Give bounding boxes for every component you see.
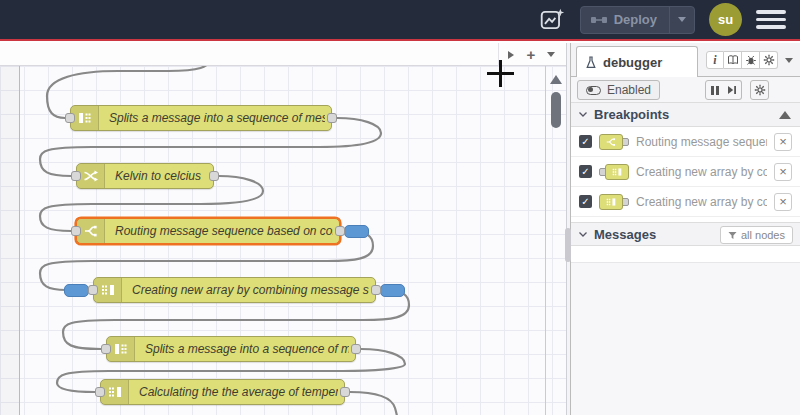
node-label: Splits a message into a sequence of mess… — [109, 106, 325, 130]
node-input-port[interactable] — [71, 171, 81, 181]
breakpoint-node-icon — [599, 164, 629, 180]
flow-node-join[interactable]: Creating new array by combining message … — [93, 277, 376, 303]
user-avatar[interactable]: su — [709, 3, 742, 36]
gear-icon — [754, 84, 766, 96]
pause-button[interactable] — [705, 80, 724, 100]
sidebar-splitter-handle[interactable] — [565, 228, 571, 262]
chevron-down-icon — [579, 112, 587, 117]
breakpoint-checkbox[interactable]: ✓ — [579, 135, 592, 148]
remove-breakpoint-button[interactable]: × — [774, 193, 792, 211]
breakpoint-checkbox[interactable]: ✓ — [579, 165, 592, 178]
canvas-scrollbar-thumb[interactable] — [551, 92, 561, 128]
wire[interactable] — [350, 392, 399, 415]
info-icon: i — [713, 53, 716, 68]
debugger-settings-button[interactable] — [750, 80, 769, 100]
avatar-initials: su — [718, 12, 733, 27]
flow-node-switch[interactable]: Routing message sequence based on condit… — [76, 218, 340, 244]
node-output-port[interactable] — [340, 387, 350, 397]
flow-node-join[interactable]: Calculating the the average of temperatu… — [100, 379, 345, 405]
breakpoint-row[interactable]: ✓ Routing message sequence based on cond… — [571, 127, 800, 157]
breakpoint-label: Routing message sequence based on condit… — [636, 135, 767, 149]
deploy-label: Deploy — [614, 12, 657, 27]
info-tab-button[interactable]: i — [706, 51, 724, 69]
debugger-toolbar: Enabled — [571, 77, 800, 103]
messages-empty-row — [571, 246, 800, 262]
crosshair-cursor — [499, 60, 502, 87]
plus-icon: + — [527, 47, 536, 62]
flask-icon — [585, 56, 597, 69]
node-output-port[interactable] — [351, 344, 361, 354]
node-label: Creating new array by combining message … — [132, 278, 369, 302]
hamburger-icon — [756, 10, 786, 14]
flow-node-split[interactable]: Splits a message into a sequence of mess… — [70, 105, 332, 131]
node-label: Splits a message into a sequence of mess… — [145, 337, 349, 361]
bug-icon — [745, 54, 757, 66]
canvas-scroll-up-button[interactable] — [550, 75, 562, 84]
sidebar-tab-menu-button[interactable] — [780, 51, 798, 69]
breakpoints-section-header[interactable]: Breakpoints — [571, 103, 800, 127]
node-input-port[interactable] — [88, 285, 98, 295]
remove-breakpoint-button[interactable]: × — [774, 163, 792, 181]
deploy-options-button[interactable] — [669, 7, 694, 33]
add-flow-button[interactable]: + — [521, 43, 541, 66]
breakpoint-badge[interactable] — [380, 284, 405, 297]
messages-panel — [571, 262, 800, 415]
node-output-port[interactable] — [209, 171, 219, 181]
node-input-port[interactable] — [65, 113, 75, 123]
main-menu-button[interactable] — [756, 6, 786, 33]
flow-canvas[interactable]: Splits a message into a sequence of mess… — [0, 66, 566, 415]
node-label: Calculating the the average of temperatu… — [139, 380, 338, 404]
node-input-port[interactable] — [95, 387, 105, 397]
switch-icon — [606, 137, 616, 147]
help-tab-button[interactable] — [724, 51, 742, 69]
settings-tab-button[interactable] — [760, 51, 778, 69]
messages-section-header[interactable]: Messages all nodes — [571, 222, 800, 246]
enabled-label: Enabled — [607, 83, 651, 97]
join-icon — [599, 194, 623, 210]
step-button[interactable] — [723, 80, 742, 100]
remove-breakpoint-button[interactable]: × — [774, 133, 792, 151]
flow-node-change[interactable]: Kelvin to celcius — [76, 163, 214, 189]
join-icon — [94, 278, 122, 302]
filter-label: all nodes — [741, 229, 785, 241]
funnel-icon — [728, 231, 737, 240]
book-icon — [727, 54, 739, 66]
tab-debugger[interactable]: debugger — [576, 46, 698, 77]
flow-list-button[interactable] — [541, 43, 561, 66]
breakpoint-label: Creating new array by combining message … — [636, 165, 767, 179]
flow-node-split[interactable]: Splits a message into a sequence of mess… — [106, 336, 356, 362]
breakpoint-checkbox[interactable]: ✓ — [579, 195, 592, 208]
change-icon — [77, 164, 105, 188]
messages-filter-button[interactable]: all nodes — [720, 226, 793, 244]
deploy-button[interactable]: Deploy — [580, 6, 695, 34]
flow-tabbar: + — [0, 43, 566, 66]
breakpoints-title: Breakpoints — [594, 107, 669, 122]
breakpoint-row[interactable]: ✓ Creating new array by combining messag… — [571, 187, 800, 217]
node-output-port[interactable] — [327, 113, 337, 123]
toggle-icon — [586, 86, 601, 95]
node-input-port[interactable] — [71, 226, 81, 236]
breakpoint-label: Creating new array by combining message … — [636, 195, 767, 209]
sidebar-scroll-up-button[interactable] — [779, 111, 791, 119]
tab-debugger-label: debugger — [603, 55, 662, 70]
debug-tab-button[interactable] — [742, 51, 760, 69]
breakpoint-badge[interactable] — [64, 284, 89, 297]
chevron-down-icon — [678, 17, 686, 22]
node-input-port[interactable] — [101, 344, 111, 354]
chevron-down-icon — [579, 232, 587, 237]
triangle-right-icon — [508, 51, 514, 59]
node-output-port[interactable] — [335, 226, 345, 236]
deploy-node-icon — [591, 15, 607, 25]
split-icon — [107, 337, 135, 361]
join-icon — [612, 167, 622, 177]
scroll-tabs-right-button[interactable] — [501, 43, 521, 66]
assistant-image-button[interactable] — [538, 7, 566, 33]
join-icon — [101, 283, 115, 297]
debugger-enabled-toggle[interactable]: Enabled — [577, 80, 660, 100]
join-icon — [101, 380, 129, 404]
breakpoint-node-icon — [599, 134, 629, 150]
breakpoint-badge[interactable] — [344, 225, 369, 238]
node-output-port[interactable] — [371, 285, 381, 295]
change-icon — [84, 169, 98, 183]
breakpoint-row[interactable]: ✓ Creating new array by combining messag… — [571, 157, 800, 187]
